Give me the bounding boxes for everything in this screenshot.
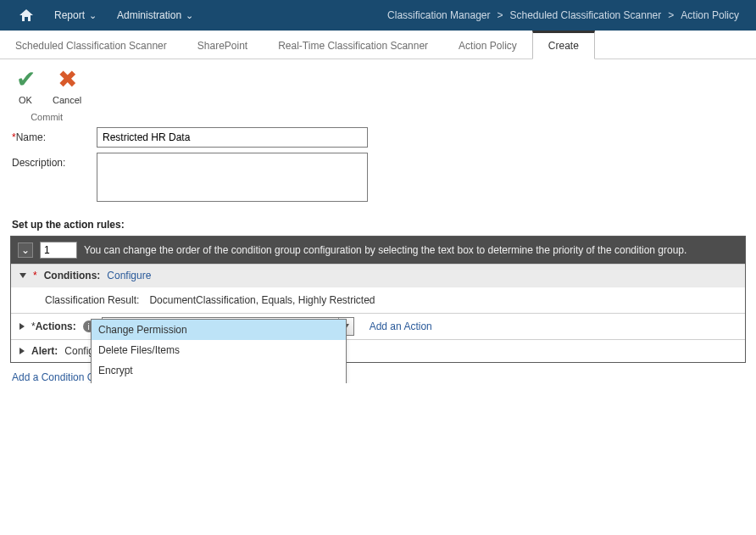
menu-administration-label: Administration [117, 9, 181, 21]
home-icon [19, 8, 34, 22]
tab-label: Create [548, 40, 579, 52]
topbar: Report ⌄ Administration ⌄ Classification… [0, 0, 756, 31]
actions-dropdown-item[interactable]: Encrypt and Quarantine [92, 381, 346, 383]
home-button[interactable] [8, 0, 44, 31]
tab-label: Real-Time Classification Scanner [278, 40, 428, 52]
actions-label: Actions: [36, 320, 76, 332]
actions-dropdown[interactable]: Change PermissionDelete Files/ItemsEncry… [91, 319, 347, 383]
triangle-right-icon[interactable] [19, 348, 25, 354]
chevron-down-icon: ⌄ [21, 244, 30, 256]
breadcrumb-sep: > [668, 9, 674, 21]
breadcrumb: Classification Manager > Scheduled Class… [387, 9, 748, 21]
add-action-link[interactable]: Add an Action [370, 320, 432, 332]
conditions-configure-link[interactable]: Configure [107, 270, 151, 281]
tab-label: Scheduled Classification Scanner [15, 40, 167, 52]
tab-label: SharePoint [197, 40, 247, 52]
tab-label: Action Policy [459, 40, 517, 52]
triangle-right-icon[interactable] [19, 323, 25, 330]
actions-dropdown-item[interactable]: Encrypt [92, 360, 346, 381]
menu-administration[interactable]: Administration ⌄ [107, 0, 203, 31]
alert-label: Alert: [31, 345, 58, 357]
rules-title: Set up the action rules: [2, 219, 756, 231]
description-label: Description: [12, 153, 97, 202]
actions-dropdown-list[interactable]: Change PermissionDelete Files/ItemsEncry… [92, 320, 346, 383]
tab-sharepoint[interactable]: SharePoint [182, 31, 263, 59]
condition-row-label: Classification Result: [45, 294, 139, 306]
ribbon: ✔ OK ✖ Cancel Commit [0, 59, 756, 124]
ok-button[interactable]: ✔ OK [8, 66, 42, 107]
actions-dropdown-item[interactable]: Delete Files/Items [92, 340, 346, 360]
cancel-button-label: Cancel [53, 95, 81, 105]
tab-scheduled-scanner[interactable]: Scheduled Classification Scanner [0, 31, 182, 59]
name-input[interactable] [97, 127, 368, 148]
name-label: *Name: [12, 127, 97, 148]
breadcrumb-part[interactable]: Action Policy [681, 9, 739, 21]
tab-create[interactable]: Create [532, 31, 595, 59]
ribbon-group-label: Commit [31, 112, 63, 122]
priority-input[interactable] [40, 242, 77, 259]
expand-toggle[interactable]: ⌄ [18, 242, 33, 258]
description-input[interactable] [97, 153, 368, 202]
breadcrumb-part[interactable]: Scheduled Classification Scanner [510, 9, 662, 21]
menu-report[interactable]: Report ⌄ [44, 0, 107, 31]
breadcrumb-part[interactable]: Classification Manager [387, 9, 490, 21]
menu-report-label: Report [54, 9, 85, 21]
tab-action-policy[interactable]: Action Policy [443, 31, 532, 59]
chevron-down-icon: ⌄ [186, 10, 193, 21]
ribbon-group-commit: ✔ OK ✖ Cancel Commit [0, 64, 93, 124]
condition-row: Classification Result: DocumentClassific… [11, 287, 745, 313]
cancel-button[interactable]: ✖ Cancel [49, 66, 85, 107]
rules-header: ⌄ You can change the order of the condit… [11, 237, 745, 264]
conditions-header: *Conditions: Configure [11, 264, 745, 287]
condition-row-value: DocumentClassification, Equals, Highly R… [149, 294, 375, 306]
checkmark-icon: ✔ [16, 68, 36, 93]
subtabs: Scheduled Classification Scanner SharePo… [0, 31, 756, 59]
triangle-down-icon[interactable] [19, 273, 26, 278]
rules-panel: ⌄ You can change the order of the condit… [10, 236, 746, 363]
actions-label-wrap: *Actions: [31, 320, 76, 332]
required-marker: * [33, 270, 37, 281]
chevron-down-icon: ⌄ [89, 10, 97, 21]
tab-realtime-scanner[interactable]: Real-Time Classification Scanner [263, 31, 443, 59]
breadcrumb-sep: > [497, 9, 503, 21]
cross-icon: ✖ [58, 68, 77, 93]
conditions-label: Conditions: [44, 270, 101, 281]
form-area: *Name: Description: [0, 124, 756, 214]
rules-header-help: You can change the order of the conditio… [84, 244, 687, 256]
actions-dropdown-item[interactable]: Change Permission [92, 320, 346, 340]
ok-button-label: OK [19, 95, 32, 105]
